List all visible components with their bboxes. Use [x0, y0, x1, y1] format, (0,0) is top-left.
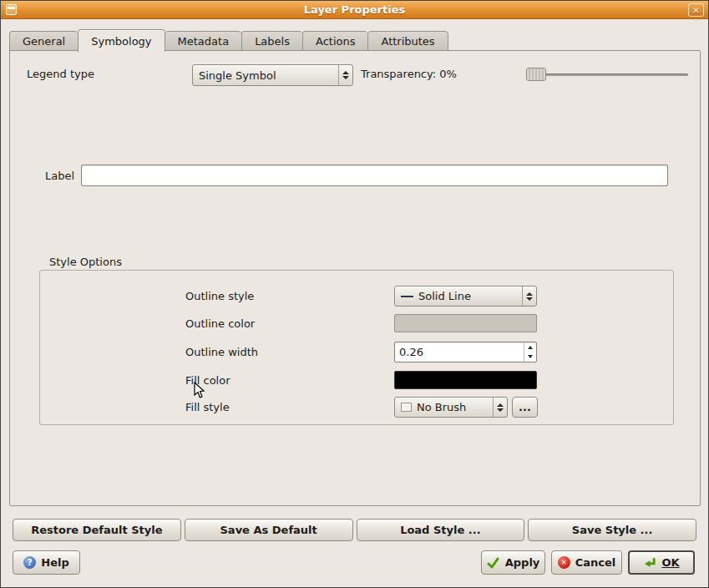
- outline-color-label: Outline color: [185, 317, 255, 330]
- save-as-default-button[interactable]: Save As Default: [185, 519, 353, 541]
- outline-width-label: Outline width: [185, 346, 258, 358]
- help-button[interactable]: ? Help: [13, 550, 80, 575]
- window-icon: [6, 4, 17, 15]
- ok-button-label: OK: [661, 556, 679, 569]
- fill-style-more-button[interactable]: ...: [512, 397, 538, 418]
- fill-style-value: No Brush: [417, 401, 466, 413]
- titlebar[interactable]: Layer Properties ✕: [1, 1, 708, 19]
- outline-style-value: Solid Line: [418, 290, 471, 302]
- no-brush-icon: [401, 403, 412, 412]
- cancel-button-label: Cancel: [575, 556, 616, 569]
- outline-width-input[interactable]: [395, 342, 524, 362]
- layer-properties-dialog: Layer Properties ✕ General Symbology Met…: [0, 0, 709, 588]
- tab-symbology[interactable]: Symbology: [78, 29, 165, 52]
- tab-bar: General Symbology Metadata Labels Action…: [9, 28, 448, 51]
- combo-arrows-icon: [522, 286, 536, 306]
- legend-type-label: Legend type: [27, 68, 94, 80]
- style-options-group: [39, 270, 674, 425]
- outline-style-label: Outline style: [185, 290, 254, 302]
- label-input[interactable]: [81, 165, 668, 186]
- help-button-label: Help: [41, 556, 68, 569]
- help-icon: ?: [23, 556, 36, 569]
- save-style-button[interactable]: Save Style ...: [528, 519, 696, 541]
- legend-type-combo[interactable]: Single Symbol: [192, 64, 353, 86]
- spin-down-icon[interactable]: [524, 352, 536, 362]
- combo-arrows-icon: [493, 398, 507, 417]
- style-options-title: Style Options: [49, 256, 122, 268]
- tab-actions[interactable]: Actions: [302, 31, 368, 51]
- cancel-button[interactable]: ✕ Cancel: [551, 550, 622, 575]
- tab-metadata[interactable]: Metadata: [165, 31, 242, 51]
- slider-handle[interactable]: [526, 68, 546, 81]
- apply-check-icon: [487, 556, 500, 570]
- style-buttons-row: Restore Default Style Save As Default Lo…: [13, 519, 696, 541]
- slider-track[interactable]: [526, 74, 688, 76]
- tab-labels[interactable]: Labels: [241, 31, 302, 51]
- outline-width-spinbox[interactable]: [394, 342, 537, 362]
- fill-color-label: Fill color: [185, 374, 230, 387]
- cancel-icon: ✕: [558, 556, 570, 569]
- close-icon[interactable]: ✕: [688, 3, 704, 17]
- fill-color-button[interactable]: [394, 371, 537, 389]
- transparency-label: Transparency: 0%: [361, 68, 457, 80]
- tab-general[interactable]: General: [9, 31, 78, 51]
- legend-type-value: Single Symbol: [199, 69, 276, 82]
- load-style-button[interactable]: Load Style ...: [357, 519, 525, 541]
- spin-up-icon[interactable]: [524, 342, 536, 352]
- symbology-panel: Legend type Single Symbol Transparency: …: [9, 50, 701, 506]
- dialog-buttons: Apply ✕ Cancel OK: [481, 550, 695, 575]
- window-title: Layer Properties: [1, 3, 708, 16]
- combo-arrows-icon: [338, 65, 352, 85]
- label-label: Label: [45, 170, 74, 182]
- ok-arrow-icon: [643, 556, 656, 570]
- solid-line-icon: [401, 296, 413, 297]
- fill-style-label: Fill style: [185, 401, 230, 413]
- restore-default-style-button[interactable]: Restore Default Style: [13, 519, 181, 541]
- transparency-slider[interactable]: [526, 68, 690, 81]
- fill-style-combo[interactable]: No Brush: [394, 397, 508, 418]
- outline-color-button[interactable]: [394, 314, 537, 332]
- tab-attributes[interactable]: Attributes: [367, 31, 448, 51]
- outline-style-combo[interactable]: Solid Line: [394, 286, 537, 307]
- apply-button[interactable]: Apply: [481, 550, 545, 575]
- apply-button-label: Apply: [505, 556, 540, 569]
- ok-button[interactable]: OK: [628, 550, 695, 575]
